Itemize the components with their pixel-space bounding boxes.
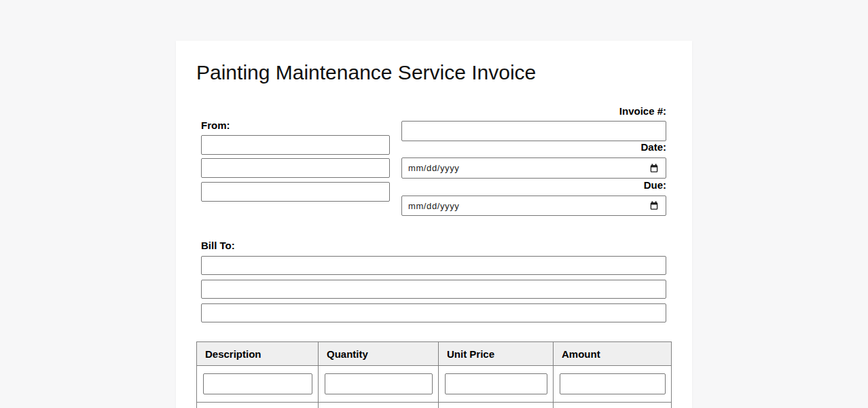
column-header-unit-price: Unit Price [439,342,554,366]
item-description-input[interactable] [203,373,312,394]
invoice-document: Painting Maintenance Service Invoice Fro… [176,41,692,408]
from-line-1-input[interactable] [201,135,390,155]
item-quantity-input[interactable] [325,373,433,394]
column-header-amount: Amount [554,342,672,366]
from-line-2-input[interactable] [201,158,390,178]
table-header-row: Description Quantity Unit Price Amount [197,342,672,366]
calendar-icon[interactable] [649,201,659,210]
table-row [197,403,672,408]
bill-to-line-1-input[interactable] [201,256,666,275]
line-items-table: Description Quantity Unit Price Amount [196,341,672,408]
date-input[interactable]: mm/dd/yyyy [401,157,666,179]
calendar-icon[interactable] [649,164,659,173]
page-title: Painting Maintenance Service Invoice [196,60,536,85]
date-placeholder: mm/dd/yyyy [408,163,459,173]
bill-to-label: Bill To: [201,240,235,251]
column-header-description: Description [197,342,319,366]
due-date-placeholder: mm/dd/yyyy [408,201,459,211]
due-label: Due: [644,179,666,191]
bill-to-line-3-input[interactable] [201,303,666,322]
table-row [197,366,672,403]
from-label: From: [201,119,230,131]
from-line-3-input[interactable] [201,182,390,202]
invoice-number-input[interactable] [401,121,666,141]
invoice-number-label: Invoice #: [619,105,666,117]
due-date-input[interactable]: mm/dd/yyyy [401,196,666,216]
item-amount-input[interactable] [560,373,666,394]
date-label: Date: [640,141,666,153]
item-unit-price-input[interactable] [445,373,547,394]
bill-to-line-2-input[interactable] [201,280,666,299]
column-header-quantity: Quantity [319,342,439,366]
